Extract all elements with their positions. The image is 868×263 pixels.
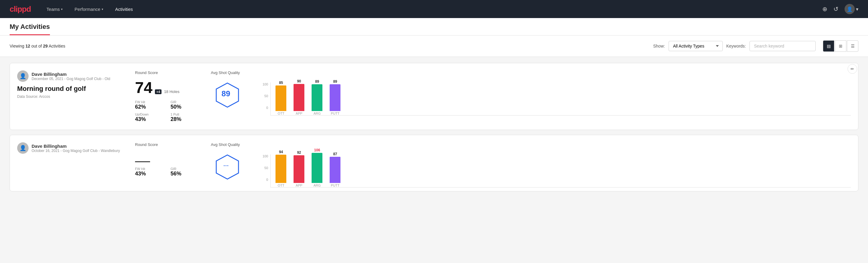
chart-section: 100 50 0 85 OTT 90 (262, 70, 851, 116)
filter-controls: Show: All Activity Types Keywords: ▤ ⊞ ☰ (653, 40, 858, 52)
stat-grid: FW Hit 43% GIR 56% (135, 167, 201, 177)
score-value: 74 (135, 80, 153, 95)
chart-col-arg: 89 ARG (312, 80, 322, 115)
hexagon-container: ⋯ (211, 150, 241, 180)
list-icon: ☰ (851, 43, 855, 49)
round-score-row: 74 +4 18 Holes (135, 80, 201, 95)
bar-xlabel-ott: OTT (278, 183, 284, 187)
avg-shot-label: Avg Shot Quality (211, 142, 240, 147)
fw-hit-value: 43% (135, 171, 166, 177)
bar-xlabel-ott: OTT (278, 112, 284, 115)
avg-shot-value: 89 (222, 89, 230, 98)
list-view-button[interactable]: ☰ (847, 40, 858, 52)
fw-hit-stat: FW Hit 43% (135, 167, 166, 177)
avg-shot-value: ⋯ (223, 162, 228, 169)
avg-shot-section: Avg Shot Quality 89 (211, 70, 253, 109)
gir-value: 56% (170, 171, 201, 177)
card-stats: Round Score 74 +4 18 Holes FW Hit 62% GI… (135, 70, 201, 122)
list-dense-view-button[interactable]: ▤ (823, 40, 834, 52)
chart-y-50: 50 (262, 166, 268, 170)
view-toggle: ▤ ⊞ ☰ (823, 40, 858, 52)
updown-value: 43% (135, 116, 166, 122)
bar-xlabel-app: APP (296, 112, 302, 115)
chart-col-putt: 89 PUTT (330, 80, 340, 115)
logo[interactable]: clippd (10, 4, 31, 14)
chevron-down-icon: ▾ (102, 7, 103, 11)
nav-performance[interactable]: Performance ▾ (73, 7, 104, 12)
fw-hit-value: 62% (135, 104, 166, 110)
round-score-label: Round Score (135, 142, 201, 147)
chart-section: 100 50 0 94 OTT 92 APP (262, 142, 851, 187)
grid-icon: ⊞ (839, 43, 842, 49)
score-badge: +4 (155, 89, 162, 94)
bar-putt (330, 84, 340, 111)
card-stats: Round Score FW Hit 43% GIR 56% (135, 142, 201, 177)
bar-xlabel-arg: ARG (313, 112, 320, 115)
chevron-down-icon: ▾ (61, 7, 63, 11)
chart-col-putt: 87 PUTT (330, 152, 340, 187)
user-menu[interactable]: 👤 ▾ (844, 4, 858, 14)
chart-col-ott: 94 OTT (276, 150, 286, 187)
activity-card: 👤 Dave Billingham October 16, 2021 - Gog… (10, 135, 858, 192)
chart-y-50: 50 (262, 94, 268, 98)
chart-y-100: 100 (262, 154, 268, 158)
activity-card: 👤 Dave Billingham December 05, 2021 - Go… (10, 63, 858, 130)
nav-activities[interactable]: Activities (114, 7, 134, 12)
bar-xlabel-app: APP (296, 183, 302, 187)
chart-y-0: 0 (262, 106, 268, 110)
round-score-row (135, 152, 201, 162)
avg-shot-label: Avg Shot Quality (211, 70, 240, 75)
user-date: December 05, 2021 - Gog Magog Golf Club … (32, 77, 110, 81)
bar-arg (312, 84, 322, 111)
avatar: 👤 (17, 142, 29, 154)
bar-arg (312, 153, 322, 183)
oneputt-label: 1 Putt (170, 113, 201, 116)
updown-label: Up/Down (135, 113, 166, 116)
stat-grid: FW Hit 62% GIR 50% Up/Down 43% 1 Putt 28… (135, 100, 201, 122)
card-source: Data Source: Arccos (17, 94, 125, 99)
bar-ott (276, 155, 286, 183)
refresh-icon[interactable]: ↺ (833, 5, 839, 12)
add-icon[interactable]: ⊕ (822, 5, 828, 12)
user-name: Dave Billingham (32, 144, 120, 149)
bar-app (293, 155, 304, 183)
user-info: Dave Billingham December 05, 2021 - Gog … (32, 71, 110, 81)
page-title: My Activities (10, 23, 50, 35)
user-date: October 16, 2021 - Gog Magog Golf Club -… (32, 149, 120, 153)
round-score-label: Round Score (135, 70, 201, 75)
bar-label-arg: 106 (314, 148, 320, 152)
gir-label: GIR (170, 167, 201, 171)
bar-ott (276, 85, 286, 111)
bar-label-ott: 85 (279, 81, 283, 85)
card-left: 👤 Dave Billingham December 05, 2021 - Go… (17, 70, 125, 99)
bar-label-app: 92 (297, 150, 301, 155)
chart-col-ott: 85 OTT (276, 81, 286, 115)
navbar-right: ⊕ ↺ 👤 ▾ (822, 4, 858, 14)
chevron-down-icon: ▾ (856, 6, 858, 12)
avatar: 👤 (17, 70, 29, 82)
nav-teams[interactable]: Teams ▾ (45, 7, 64, 12)
fw-hit-label: FW Hit (135, 100, 166, 104)
fw-hit-stat: FW Hit 62% (135, 100, 166, 110)
edit-button[interactable]: ✏ (847, 64, 857, 74)
chart-col-arg: 106 ARG (312, 148, 322, 187)
show-label: Show: (653, 43, 665, 49)
bar-label-putt: 87 (333, 152, 337, 156)
search-input[interactable] (749, 41, 816, 51)
grid-view-button[interactable]: ⊞ (835, 40, 846, 52)
activity-type-select[interactable]: All Activity Types (669, 41, 723, 51)
gir-stat: GIR 56% (170, 167, 201, 177)
keywords-label: Keywords: (726, 43, 746, 49)
chart-col-app: 90 APP (293, 79, 304, 115)
gir-stat: GIR 50% (170, 100, 201, 110)
bar-xlabel-arg: ARG (313, 183, 320, 187)
activity-card-inner: 👤 Dave Billingham December 05, 2021 - Go… (10, 63, 858, 130)
updown-stat: Up/Down 43% (135, 113, 166, 122)
activity-card-inner: 👤 Dave Billingham October 16, 2021 - Gog… (10, 135, 858, 192)
gir-value: 50% (170, 104, 201, 110)
fw-hit-label: FW Hit (135, 167, 166, 171)
gir-label: GIR (170, 100, 201, 104)
activity-list: 👤 Dave Billingham December 05, 2021 - Go… (0, 57, 868, 202)
list-dense-icon: ▤ (827, 43, 831, 49)
card-title: Morning round of golf (17, 85, 125, 93)
